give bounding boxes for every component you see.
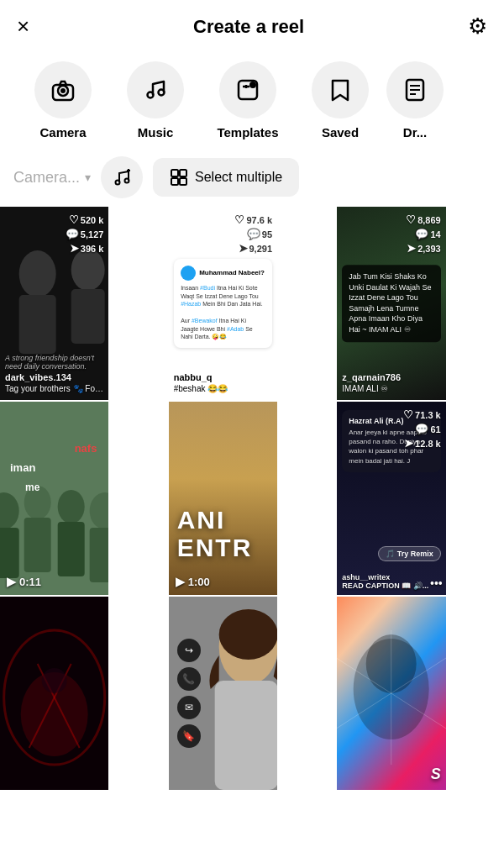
grid-item-6[interactable]: Hazrat Ali (R.A) Anar jeeya ki apne aap … [337,402,445,595]
nav-item-music[interactable]: Music [109,61,202,139]
share-icon: ↪ [177,639,201,662]
select-multiple-label: Select multiple [195,170,282,185]
username-6: ashu__writex [342,573,428,581]
try-remix-badge[interactable]: 🎵 Try Remix [378,546,441,561]
grid-item-2[interactable]: Muhammad Nabeel? Insaan #Budi Itna Hai K… [169,207,277,400]
svg-rect-18 [180,170,186,176]
group-thumb [0,402,108,595]
grid-item-9[interactable]: S [337,597,445,790]
svg-rect-32 [58,522,85,576]
music-note-plus-icon [112,167,132,187]
username-3: z_qarnain786 [342,372,440,382]
svg-point-24 [71,249,105,291]
saved-icon [327,76,354,103]
svg-rect-20 [180,178,186,185]
camera-icon [50,76,76,103]
svg-rect-34 [90,528,109,582]
svg-rect-28 [0,528,19,578]
select-multiple-button[interactable]: Select multiple [153,158,299,197]
svg-rect-43 [214,681,277,790]
svg-point-3 [148,92,154,98]
svg-point-13 [116,181,120,185]
duration-5: ▶ 1:00 [176,575,210,588]
grid-item-3[interactable]: Jab Tum Kisi Shaks Ko Unki Daulat Ki Waj… [337,207,445,400]
svg-point-31 [58,490,85,524]
caption-6: READ CAPTION 📖 🔊... [342,581,428,590]
draft-label: Dr... [403,125,427,139]
svg-point-6 [249,82,256,88]
camera-label: Camera [39,125,86,139]
caption-2: #beshak 😂😂 [174,384,272,393]
add-music-button[interactable] [101,156,143,198]
svg-point-14 [125,179,129,183]
camera-dropdown[interactable]: Camera... ▾ [13,169,91,187]
ashu-bottom: ashu__writex READ CAPTION 📖 🔊... [342,573,428,590]
nav-item-saved[interactable]: Saved [294,61,386,139]
bookmark-icon: 🔖 [177,724,201,748]
svg-point-22 [19,250,56,297]
tweet-name: Muhammad Nabeel? [199,269,265,276]
mail-icon: ✉ [177,696,201,719]
grid-item-4[interactable]: iman nafs me ▶ 0:11 [0,402,108,595]
hamat-text: Anar jeeya ki apne aap ko pasand na raho… [349,428,433,466]
username-2: nabbu_q [174,372,272,382]
close-icon[interactable]: × [17,13,29,39]
social-icons-overlay: ↪ 📞 ✉ 🔖 [177,639,201,748]
duration-4: ▶ 0:11 [7,575,41,588]
svg-point-4 [159,90,165,96]
grid-item-7[interactable] [0,597,108,790]
templates-icon [234,76,261,103]
select-icon [170,168,188,187]
templates-circle [219,61,276,118]
tweet-avatar [181,266,196,281]
nav-item-templates[interactable]: Templates [202,61,294,139]
caption-3: IMAM ALI ♾ [342,384,440,393]
nav-row: Camera Music Templates [0,53,504,148]
video-icon-5: ▶ [176,575,185,588]
page-title: Create a reel [193,16,304,38]
header: × Create a reel ⚙ [0,0,504,53]
phone-icon: 📞 [177,667,201,691]
dark-thumb-1 [0,207,108,400]
toolbar: Camera... ▾ Select multiple [0,148,504,207]
quote-box: Jab Tum Kisi Shaks Ko Unki Daulat Ki Waj… [342,265,440,342]
saved-circle [312,61,369,118]
grid-item-5[interactable]: ANI ENTR ▶ 1:00 [169,402,277,595]
nav-item-camera[interactable]: Camera [17,61,109,139]
more-dots-6[interactable]: ••• [430,576,443,590]
svg-rect-19 [171,178,178,185]
video-icon-4: ▶ [7,575,16,588]
settings-icon[interactable]: ⚙ [468,13,487,39]
svg-rect-23 [19,295,56,354]
tweet-text: Insaan #Budi Itna Hai Ki Sote Waqt Se Iz… [181,284,265,342]
draft-circle [386,61,444,118]
chevron-down-icon: ▾ [85,171,91,184]
svg-rect-17 [171,170,178,176]
grid-item-8[interactable]: ↪ 📞 ✉ 🔖 [169,597,277,790]
grid-item-1[interactable]: ♡520 k 💬5,127 ➤396 k A strong friendship… [0,207,108,400]
svg-point-40 [42,668,67,693]
camera-circle [34,61,92,118]
saved-label: Saved [322,125,359,139]
svg-point-2 [60,88,66,93]
templates-label: Templates [217,125,278,139]
red-thumb [0,597,108,790]
svg-point-44 [218,609,277,660]
music-icon [142,76,169,103]
dropdown-label: Camera... [13,169,80,187]
spiderman-text: S [431,766,441,783]
media-grid: ♡520 k 💬5,127 ➤396 k A strong friendship… [0,207,504,790]
tweet-box: Muhammad Nabeel? Insaan #Budi Itna Hai K… [174,259,271,349]
music-circle [127,61,184,118]
spiderman-thumb [337,597,445,790]
svg-rect-30 [24,518,51,572]
nav-item-draft[interactable]: Dr... [386,61,444,139]
music-label: Music [138,125,174,139]
draft-icon [402,76,428,103]
svg-rect-25 [71,289,105,344]
hamat-title: Hazrat Ali (R.A) [349,417,433,425]
big-text-5: ANI ENTR [177,506,253,561]
hamat-card: Hazrat Ali (R.A) Anar jeeya ki apne aap … [342,410,440,472]
